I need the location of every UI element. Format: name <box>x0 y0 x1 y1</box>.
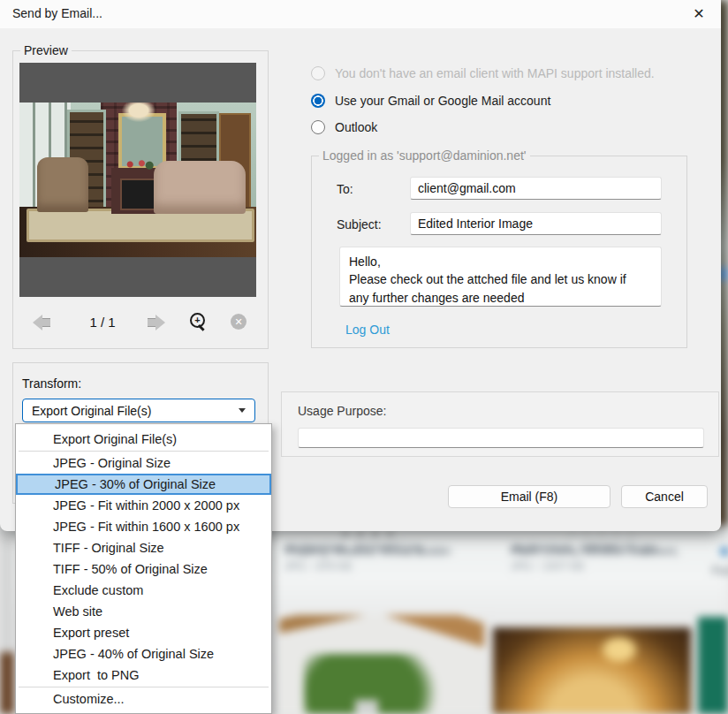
magnifier-handle <box>198 324 205 331</box>
account-groupbox: Logged in as 'support@daminion.net' To: … <box>311 156 687 348</box>
photo-armchair <box>37 157 88 212</box>
radio-button-icon <box>311 66 325 80</box>
arrow-right-tail <box>148 318 155 327</box>
transform-combobox-value: Export Original File(s) <box>32 404 151 418</box>
dropdown-item[interactable]: Exclude custom <box>16 580 271 601</box>
background-left-sliver <box>0 534 14 654</box>
radio-button-icon[interactable] <box>311 120 325 134</box>
email-button[interactable]: Email (F8) <box>448 485 610 508</box>
thumbnail-warm-interior <box>493 627 691 714</box>
dropdown-item[interactable]: TIFF - Original Size <box>16 537 271 558</box>
dropdown-item[interactable]: JPEG - Fit within 1600 x 1600 px <box>16 516 271 537</box>
dropdown-item[interactable]: JPEG - Original Size <box>16 452 271 474</box>
logout-link[interactable]: Log Out <box>345 323 390 337</box>
usage-purpose-field[interactable] <box>298 428 704 448</box>
thumbnail-staircase <box>279 615 484 714</box>
chevron-down-icon <box>239 408 246 413</box>
message-body-field[interactable]: Hello, Please check out the attched file… <box>339 247 662 307</box>
cancel-button[interactable]: Cancel <box>621 485 708 508</box>
thumbnail-green-card <box>698 617 728 714</box>
file-size: JPG – 876 KB <box>284 560 352 573</box>
radio-mapi: You don't have an email client with MAPI… <box>311 66 655 80</box>
dropdown-item[interactable]: TIFF - 50% of Original Size <box>16 558 271 580</box>
preview-group-label: Preview <box>20 43 72 57</box>
interior-photo <box>19 103 256 257</box>
close-icon[interactable]: ✕ <box>688 4 709 25</box>
transform-dropdown-list: Export Original File(s) JPEG - Original … <box>15 423 272 714</box>
subject-field[interactable]: Edited Interior Image <box>410 212 662 235</box>
preview-image <box>19 63 256 297</box>
next-image-icon[interactable] <box>148 315 165 330</box>
transform-label: Transform: <box>22 376 81 391</box>
transform-combobox[interactable]: Export Original File(s) <box>22 399 255 422</box>
file-tags-fragment: Fun <box>712 564 728 577</box>
plant-pot <box>355 700 378 714</box>
zoom-in-icon[interactable]: + <box>188 313 208 332</box>
usage-purpose-panel: Usage Purpose: <box>281 391 719 457</box>
to-label: To: <box>337 182 353 196</box>
file-type-icon <box>721 548 728 555</box>
dialog-title: Send by Email... <box>12 6 102 20</box>
logged-in-label: Logged in as 'support@daminion.net' <box>319 148 530 163</box>
radio-outlook-label: Outlook <box>335 120 377 134</box>
dropdown-item[interactable]: Customize... <box>16 688 271 710</box>
photo-chandelier <box>122 103 155 122</box>
dropdown-separator <box>19 451 269 452</box>
radio-mapi-label: You don't have an email client with MAPI… <box>335 66 655 80</box>
dropdown-item[interactable]: JPEG - 40% of Original Size <box>16 643 271 665</box>
file-tags: Plant, Linens, Window treatment, <box>511 544 679 558</box>
arrow-left-tail <box>42 318 50 327</box>
radio-gmail-label: Use your Gmail or Google Mail account <box>335 94 550 108</box>
radio-gmail[interactable]: Use your Gmail or Google Mail account <box>311 94 550 108</box>
arrow-left-head <box>33 315 42 330</box>
file-tags: Property, Window, Wood, Buildin <box>284 544 451 558</box>
radio-outlook[interactable]: Outlook <box>311 120 377 134</box>
image-counter: 1 / 1 <box>72 315 133 330</box>
dropdown-item-highlighted[interactable]: JPEG - 30% of Original Size <box>16 474 271 495</box>
dropdown-item[interactable]: Export Original File(s) <box>16 429 271 450</box>
radio-button-selected-icon[interactable] <box>311 94 325 108</box>
stair-rail <box>279 615 394 638</box>
ceiling-lamp <box>599 634 640 665</box>
remove-image-icon[interactable]: ✕ <box>231 314 246 330</box>
dropdown-item[interactable]: JPEG - Fit within 2000 x 2000 px <box>16 495 271 516</box>
dropdown-item[interactable]: Export to PNG <box>16 665 271 686</box>
arrow-right-head <box>155 315 165 330</box>
dialog-titlebar[interactable]: Send by Email... ✕ <box>0 0 721 28</box>
usage-purpose-label: Usage Purpose: <box>298 404 386 418</box>
photo-sofa <box>154 161 246 214</box>
photo-flowers <box>118 159 157 170</box>
background-left-thumbnail-edge <box>0 652 14 714</box>
dropdown-separator <box>19 687 269 687</box>
dropdown-item[interactable]: Web site <box>16 601 271 622</box>
previous-image-icon[interactable] <box>33 315 50 330</box>
to-field[interactable]: client@gmail.com <box>410 177 662 200</box>
subject-label: Subject: <box>337 217 382 232</box>
file-size: JPG – 1007 KB <box>511 560 584 573</box>
preview-controls: 1 / 1 + ✕ <box>13 308 268 338</box>
preview-groupbox: Preview <box>12 50 269 349</box>
dropdown-item[interactable]: Export preset <box>16 622 271 643</box>
